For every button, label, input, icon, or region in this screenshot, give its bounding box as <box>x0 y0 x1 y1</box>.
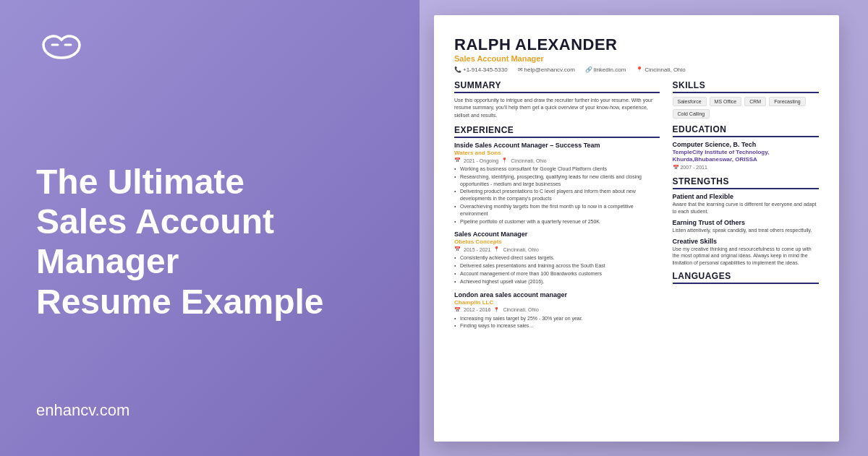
location-icon: 📍 <box>501 158 508 163</box>
bullet: Working as business consultant for Googl… <box>454 165 660 173</box>
right-panel: RALPH ALEXANDER Sales Account Manager 📞 … <box>420 0 868 456</box>
resume-right-column: SKILLS Salesforce MS Office CRM Forecast… <box>673 80 820 436</box>
resume-left-column: SUMMARY Use this opportunity to intrigue… <box>454 80 660 436</box>
strength-3-title: Creative Skills <box>673 238 820 245</box>
job-1-title: Inside Sales Account Manager – Success T… <box>454 142 660 149</box>
bullet: Delivered sales presentations and traini… <box>454 262 660 270</box>
resume-name: RALPH ALEXANDER <box>454 35 819 54</box>
logo <box>36 29 383 64</box>
skill-tag: Salesforce <box>673 97 707 106</box>
job-3-bullets: Increasing my sales target by 25% - 30% … <box>454 315 660 330</box>
headline-line1: The Ultimate <box>36 162 383 202</box>
skill-tag: Forecasting <box>769 97 806 106</box>
skill-tag: Cold Calling <box>673 109 710 119</box>
strength-1-text: Aware that the learning curve is differe… <box>673 201 820 215</box>
calendar-icon: 📅 <box>454 158 461 163</box>
email: ✉ help@enhancv.com <box>518 66 575 73</box>
headline-line3: Manager <box>36 241 383 281</box>
job-3: London area sales account manager Champl… <box>454 291 660 330</box>
summary-section-title: SUMMARY <box>454 80 660 93</box>
linkedin: 🔗 linkedin.com <box>585 66 626 73</box>
summary-text: Use this opportunity to intrigue and dra… <box>454 97 660 120</box>
job-1-meta: 📅 2021 - Ongoing 📍 Cincinnati, Ohio <box>454 158 660 163</box>
experience-section-title: EXPERIENCE <box>454 125 660 138</box>
resume-header: RALPH ALEXANDER Sales Account Manager 📞 … <box>454 35 819 73</box>
languages-section-title: LANGUAGES <box>673 271 820 284</box>
job-1: Inside Sales Account Manager – Success T… <box>454 142 660 225</box>
calendar-icon: 📅 <box>673 165 679 170</box>
job-2-company: Obelus Concepts <box>454 238 660 245</box>
bullet: Overachieving monthly targets from the f… <box>454 203 660 218</box>
bullet: Pipeline portfolio of customer with a qu… <box>454 218 660 225</box>
location-icon: 📍 <box>493 307 500 313</box>
job-2-bullets: Consistently achieved direct sales targe… <box>454 254 660 285</box>
email-icon: ✉ <box>518 66 523 73</box>
edu-years: 📅 2007 - 2011 <box>673 165 820 171</box>
strength-2-title: Earning Trust of Others <box>673 219 820 226</box>
job-1-bullets: Working as business consultant for Googl… <box>454 165 660 225</box>
job-1-company: Waters and Sons <box>454 150 660 156</box>
phone-icon: 📞 <box>454 66 461 73</box>
headline-line2: Sales Account <box>36 202 383 241</box>
strength-3-text: Use my creative thinking and resourceful… <box>673 246 820 267</box>
site-url: enhancv.com <box>36 401 383 427</box>
bullet: Achieved highest upsell value (2016). <box>454 278 660 285</box>
resume-card: RALPH ALEXANDER Sales Account Manager 📞 … <box>434 15 839 442</box>
job-2-title: Sales Account Manager <box>454 231 660 238</box>
edu-degree: Computer Science, B. Tech <box>673 141 820 148</box>
location-icon: 📍 <box>636 66 643 73</box>
location: 📍 Cincinnati, Ohio <box>636 66 685 73</box>
education-section-title: EDUCATION <box>673 124 820 137</box>
calendar-icon: 📅 <box>454 246 461 252</box>
resume-job-title: Sales Account Manager <box>454 54 819 63</box>
bullet: Finding ways to increase sales... <box>454 322 660 330</box>
resume-body: SUMMARY Use this opportunity to intrigue… <box>454 80 819 436</box>
strength-1-title: Patient and Flexible <box>673 193 820 200</box>
headline: The Ultimate Sales Account Manager Resum… <box>36 162 383 322</box>
job-3-title: London area sales account manager <box>454 291 660 298</box>
bullet: Researching, identifying, prospecting, q… <box>454 173 660 188</box>
skill-tag: MS Office <box>710 97 742 106</box>
strength-2-text: Listen attentively, speak candidly, and … <box>673 227 820 234</box>
skills-grid: Salesforce MS Office CRM Forecasting Col… <box>673 97 820 119</box>
job-2-meta: 📅 2015 - 2021 📍 Cincinnati, Ohio <box>454 246 660 252</box>
location-icon: 📍 <box>493 246 500 252</box>
job-3-meta: 📅 2012 - 2016 📍 Cincinnati, Ohio <box>454 307 660 313</box>
bullet: Delivering product presentations to C le… <box>454 188 660 202</box>
bullet: Account management of more than 100 Boar… <box>454 270 660 278</box>
phone: 📞 +1-914-345-5330 <box>454 66 508 73</box>
strengths-section-title: STRENGTHS <box>673 176 820 189</box>
resume-contacts: 📞 +1-914-345-5330 ✉ help@enhancv.com 🔗 l… <box>454 66 819 73</box>
edu-school: TempleCity Institute of Technology, Khur… <box>673 149 820 164</box>
job-2: Sales Account Manager Obelus Concepts 📅 … <box>454 231 660 285</box>
left-panel: The Ultimate Sales Account Manager Resum… <box>0 0 420 456</box>
headline-line4: Resume Example <box>36 282 383 322</box>
bullet: Consistently achieved direct sales targe… <box>454 254 660 262</box>
skill-tag: CRM <box>744 97 766 106</box>
bullet: Increasing my sales target by 25% - 30% … <box>454 315 660 322</box>
linkedin-icon: 🔗 <box>585 66 592 73</box>
calendar-icon: 📅 <box>454 307 461 313</box>
skills-section-title: SKILLS <box>673 80 820 93</box>
job-3-company: Champlin LLC <box>454 299 660 306</box>
